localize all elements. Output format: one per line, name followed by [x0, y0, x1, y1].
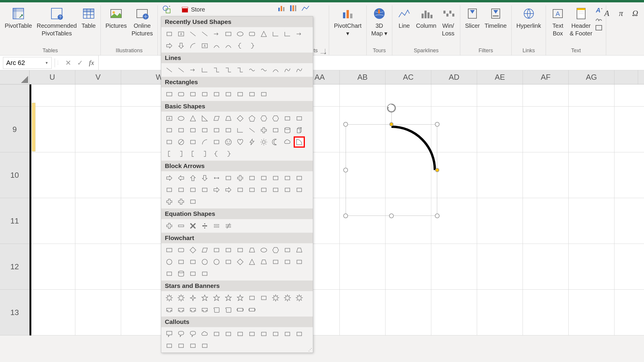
shape-lines-shapes-8[interactable] — [258, 64, 269, 76]
shape-lines-shapes-0[interactable] — [164, 64, 175, 76]
shape-flow-shapes-4[interactable] — [211, 244, 222, 256]
shape-lines-shapes-4[interactable] — [211, 64, 222, 76]
shape-star-shapes-19[interactable] — [246, 304, 258, 315]
shape-flow-shapes-7[interactable] — [246, 244, 258, 256]
symbol-pi[interactable]: π — [615, 7, 627, 19]
pivottable-button[interactable]: PivotTable — [2, 5, 34, 31]
shape-block-shapes-26[interactable] — [187, 196, 199, 207]
shape-basic-shapes-23[interactable] — [294, 125, 305, 136]
shape-basic-shapes-10[interactable] — [282, 113, 293, 124]
shape-callout-shapes-3[interactable] — [199, 328, 210, 340]
rotate-handle[interactable] — [386, 102, 397, 115]
shape-basic-shapes-9[interactable] — [270, 113, 281, 124]
recommended-pivottables-button[interactable]: ? Recommended PivotTables — [34, 5, 79, 38]
shape-flow-shapes-17[interactable] — [223, 256, 234, 268]
shape-star-shapes-1[interactable] — [175, 292, 187, 304]
shape-basic-shapes-17[interactable] — [223, 125, 234, 136]
shape-recent-shapes-10[interactable] — [282, 28, 293, 40]
shape-recent-shapes-16[interactable] — [211, 40, 222, 51]
shape-recent-shapes-5[interactable] — [223, 28, 234, 40]
shape-basic-shapes-7[interactable] — [246, 113, 258, 124]
shape-star-shapes-16[interactable] — [211, 304, 222, 315]
shape-block-shapes-19[interactable] — [246, 184, 258, 195]
shape-basic-shapes-35[interactable] — [294, 136, 305, 148]
select-all-corner[interactable] — [0, 70, 30, 84]
shape-block-shapes-5[interactable] — [223, 172, 234, 184]
shape-basic-shapes-25[interactable] — [175, 136, 187, 148]
resize-handle-s[interactable] — [389, 213, 394, 218]
shape-flow-shapes-3[interactable] — [199, 244, 210, 256]
shape-callout-shapes-10[interactable] — [282, 328, 293, 340]
shape-block-shapes-22[interactable] — [282, 184, 293, 195]
shape-flow-shapes-10[interactable] — [282, 244, 293, 256]
shape-star-shapes-9[interactable] — [270, 292, 281, 304]
col-header-ab[interactable]: AB — [340, 70, 386, 84]
shape-flow-shapes-2[interactable] — [187, 244, 199, 256]
shape-recent-shapes-6[interactable] — [235, 28, 246, 40]
chart-icon-1[interactable] — [278, 5, 287, 12]
shape-basic-shapes-13[interactable] — [175, 125, 187, 136]
shape-callout-shapes-13[interactable] — [175, 340, 187, 351]
shape-basic-shapes-1[interactable] — [175, 113, 187, 124]
shape-lines-shapes-11[interactable] — [294, 64, 305, 76]
shape-callout-shapes-11[interactable] — [294, 328, 305, 340]
shape-callout-shapes-6[interactable] — [235, 328, 246, 340]
shape-recent-shapes-8[interactable] — [258, 28, 269, 40]
fx-icon[interactable]: fx — [89, 59, 94, 67]
shape-block-shapes-23[interactable] — [294, 184, 305, 195]
pivotchart-button[interactable]: PivotChart▾ — [331, 5, 364, 38]
shape-rect-shapes-5[interactable] — [223, 89, 234, 100]
shape-basic-shapes-37[interactable] — [175, 148, 187, 159]
shape-lines-shapes-7[interactable] — [246, 64, 258, 76]
shape-callout-shapes-2[interactable] — [187, 328, 199, 340]
shape-basic-shapes-29[interactable] — [223, 136, 234, 148]
shape-basic-shapes-30[interactable] — [235, 136, 246, 148]
shape-recent-shapes-2[interactable] — [187, 28, 199, 40]
name-box[interactable]: Arc 62 ▼ — [3, 57, 52, 69]
shape-flow-shapes-16[interactable] — [211, 256, 222, 268]
shape-block-shapes-2[interactable] — [187, 172, 199, 184]
resize-handle-ne[interactable] — [435, 122, 440, 127]
store-label[interactable]: Store — [191, 6, 205, 13]
shape-flow-shapes-22[interactable] — [282, 256, 293, 268]
shape-star-shapes-6[interactable] — [235, 292, 246, 304]
shape-flow-shapes-11[interactable] — [294, 244, 305, 256]
shape-star-shapes-4[interactable] — [211, 292, 222, 304]
shape-flow-shapes-19[interactable] — [246, 256, 258, 268]
object-icon[interactable] — [595, 24, 604, 31]
shape-basic-shapes-40[interactable] — [211, 148, 222, 159]
shape-block-shapes-21[interactable] — [270, 184, 281, 195]
shape-star-shapes-17[interactable] — [223, 304, 234, 315]
cancel-formula-icon[interactable]: ✕ — [65, 59, 71, 67]
shape-star-shapes-15[interactable] — [199, 304, 210, 315]
shape-flow-shapes-20[interactable] — [258, 256, 269, 268]
col-header-af[interactable]: AF — [523, 70, 569, 84]
shape-block-shapes-12[interactable] — [164, 184, 175, 195]
shape-recent-shapes-17[interactable] — [223, 40, 234, 51]
shape-rect-shapes-4[interactable] — [211, 89, 222, 100]
shape-block-shapes-10[interactable] — [282, 172, 293, 184]
shape-star-shapes-12[interactable] — [164, 304, 175, 315]
shape-flow-shapes-21[interactable] — [270, 256, 281, 268]
row-header-10[interactable]: 10 — [0, 152, 30, 198]
shape-flow-shapes-15[interactable] — [199, 256, 210, 268]
textbox-button[interactable]: A Text Box — [548, 5, 567, 38]
shape-callout-shapes-14[interactable] — [187, 340, 199, 351]
shape-basic-shapes-12[interactable] — [164, 125, 175, 136]
shape-block-shapes-0[interactable] — [164, 172, 175, 184]
slicer-button[interactable]: Slicer — [463, 5, 482, 31]
col-header-ac[interactable]: AC — [386, 70, 431, 84]
resize-handle-nw[interactable] — [343, 122, 348, 127]
shape-basic-shapes-22[interactable] — [282, 125, 293, 136]
shape-recent-shapes-4[interactable] — [211, 28, 222, 40]
shape-basic-shapes-11[interactable] — [294, 113, 305, 124]
shape-lines-shapes-6[interactable] — [235, 64, 246, 76]
shape-callout-shapes-9[interactable] — [270, 328, 281, 340]
symbol-omega[interactable]: Ω — [629, 7, 641, 19]
resize-handle-w[interactable] — [343, 168, 348, 172]
shape-recent-shapes-0[interactable] — [164, 28, 175, 40]
shape-lines-shapes-1[interactable] — [175, 64, 187, 76]
shape-basic-shapes-39[interactable] — [199, 148, 210, 159]
row-header-9[interactable]: 9 — [0, 107, 30, 152]
shape-basic-shapes-24[interactable] — [164, 136, 175, 148]
